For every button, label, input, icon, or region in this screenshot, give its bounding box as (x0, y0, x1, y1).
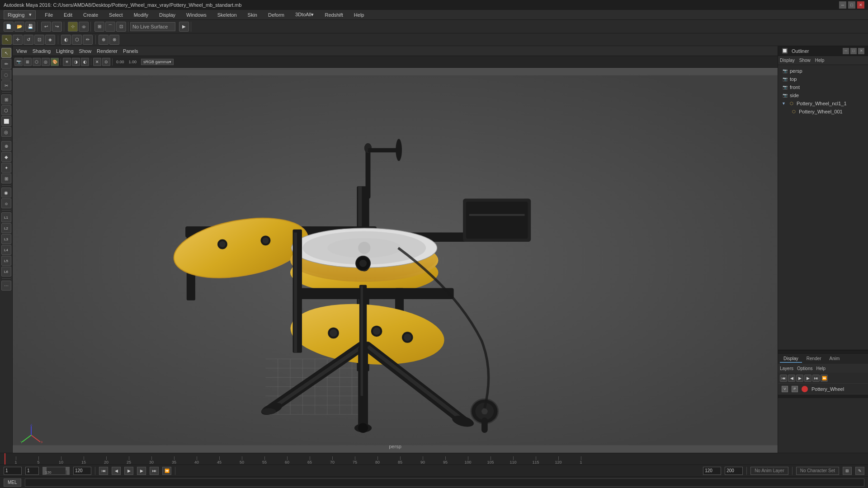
vp-grid-button[interactable]: ⊞ (24, 58, 32, 66)
vp-light-button[interactable]: ☀ (63, 58, 71, 66)
select-tool-button[interactable]: ⊹ (68, 22, 78, 32)
prev-key-button[interactable]: ⏮ (780, 375, 787, 382)
mel-type-button[interactable]: MEL (4, 479, 21, 487)
tree-item-side[interactable]: 📷 side (780, 91, 866, 99)
menu-select[interactable]: Select (107, 11, 125, 19)
menu-create[interactable]: Create (81, 11, 100, 19)
outliner-minimize[interactable]: ─ (843, 48, 849, 54)
lasso-button[interactable]: ⌯ (79, 22, 89, 32)
anim-end-input[interactable] (703, 467, 721, 475)
menu-help[interactable]: Help (352, 11, 366, 19)
paint-button[interactable]: ✏ (1, 59, 11, 69)
menu-3dtoall[interactable]: 3DtoAll▾ (293, 11, 316, 19)
outliner-maximize[interactable]: □ (850, 48, 857, 54)
char-set-button[interactable]: ⊞ (843, 467, 852, 475)
snap-left-4[interactable]: ⊞ (1, 174, 11, 183)
viewport-menu-show[interactable]: Show (79, 48, 92, 54)
next-key-button[interactable]: ⏭ (812, 375, 820, 382)
soft-mod-button[interactable]: ◎ (1, 127, 11, 137)
viewport-menu-lighting[interactable]: Lighting (56, 48, 74, 54)
maximize-button[interactable]: □ (848, 1, 855, 9)
scale-button[interactable]: ⊡ (34, 35, 44, 45)
bottom-menu-layers[interactable]: Layers (780, 366, 793, 371)
vp-shadow-button[interactable]: ◑ (72, 58, 80, 66)
step-fwd-button[interactable]: ▶ (137, 467, 146, 475)
camera-button[interactable]: ⌾ (1, 198, 11, 208)
render-view-button[interactable]: ◉ (1, 188, 11, 197)
char-set-edit-button[interactable]: ✎ (855, 467, 864, 475)
snap-left-3[interactable]: ✦ (1, 163, 11, 173)
bottom-menu-help[interactable]: Help (816, 366, 826, 371)
layer4-button[interactable]: L4 (1, 245, 11, 255)
layer6-button[interactable]: L6 (1, 267, 11, 277)
layer1-button[interactable]: L1 (1, 212, 11, 222)
snap-to-button[interactable]: ⊗ (109, 35, 119, 45)
cage-button[interactable]: ⬜ (1, 116, 11, 126)
sculpt-button[interactable]: ◌ (1, 70, 11, 80)
outliner-menu-show[interactable]: Show (799, 58, 811, 63)
next-frame-button[interactable]: ▶ (804, 375, 811, 382)
vp-camera-button[interactable]: 📷 (14, 58, 23, 66)
anim-max-input[interactable] (725, 467, 743, 475)
play-fwd-btn[interactable]: ⏩ (162, 467, 171, 475)
menu-file[interactable]: File (43, 11, 55, 19)
range-end-input[interactable] (73, 467, 91, 475)
outliner-menu-help[interactable]: Help (815, 58, 825, 63)
tab-display[interactable]: Display (780, 355, 802, 363)
frame-range-bar[interactable]: 120 ▐ (42, 467, 70, 475)
open-button[interactable]: 📂 (14, 22, 24, 32)
menu-windows[interactable]: Windows (184, 11, 208, 19)
rotate-button[interactable]: ↺ (24, 35, 33, 45)
menu-display[interactable]: Display (157, 11, 177, 19)
select-mode-button[interactable]: ↖ (1, 48, 11, 58)
transform-select-button[interactable]: ↖ (2, 35, 12, 45)
range-start-input[interactable] (25, 467, 39, 475)
play-forward-button[interactable]: ⏩ (821, 375, 828, 382)
layer-p-button[interactable]: P (792, 386, 798, 392)
new-scene-button[interactable]: 📄 (4, 22, 14, 32)
snap-live-button[interactable]: ⊕ (99, 35, 108, 45)
gamma-dropdown[interactable]: sRGB gamma▾ (141, 59, 174, 65)
outliner-hscrollbar[interactable] (778, 350, 868, 353)
menu-skeleton[interactable]: Skeleton (216, 11, 239, 19)
goto-end-button[interactable]: ⏭ (150, 467, 159, 475)
redo-button[interactable]: ↪ (52, 22, 62, 32)
outliner-menu-display[interactable]: Display (780, 58, 795, 63)
vp-smooth-button[interactable]: ◎ (42, 58, 50, 66)
save-button[interactable]: 💾 (25, 22, 35, 32)
poly-mode-button[interactable]: ⬡ (1, 105, 11, 115)
universal-manip-button[interactable]: ◈ (45, 35, 55, 45)
snap-left-2[interactable]: ◆ (1, 152, 11, 162)
poly-select-button[interactable]: ⬡ (72, 35, 82, 45)
tree-item-top[interactable]: 📷 top (780, 75, 866, 83)
viewport-menu-panels[interactable]: Panels (123, 48, 138, 54)
scene-area[interactable]: persp X Y Z (13, 68, 778, 453)
vp-isolate-button[interactable]: ⊙ (102, 58, 110, 66)
viewport-menu-renderer[interactable]: Renderer (97, 48, 118, 54)
tree-item-mesh2[interactable]: ⬡ Pottery_Wheel_001 (780, 108, 866, 116)
tree-item-front[interactable]: 📷 front (780, 83, 866, 91)
menu-deform[interactable]: Deform (266, 11, 286, 19)
menu-skin[interactable]: Skin (246, 11, 259, 19)
tree-item-persp[interactable]: 📷 persp (780, 67, 866, 75)
vp-texture-button[interactable]: 🎨 (51, 58, 59, 66)
tab-anim[interactable]: Anim (826, 355, 844, 363)
step-back-button[interactable]: ◀ (112, 467, 121, 475)
menu-modify[interactable]: Modify (132, 11, 150, 19)
minimize-button[interactable]: ─ (839, 1, 846, 9)
soft-select-button[interactable]: ◐ (61, 35, 71, 45)
left-more-button[interactable]: ⋯ (1, 281, 11, 291)
undo-button[interactable]: ↩ (41, 22, 51, 32)
rigging-dropdown[interactable]: Rigging ▾ (4, 10, 36, 19)
goto-start-button[interactable]: ⏮ (99, 467, 108, 475)
outliner-close[interactable]: ✕ (858, 48, 864, 54)
prev-frame-button[interactable]: ◀ (788, 375, 795, 382)
layer-v-button[interactable]: V (782, 386, 788, 392)
current-frame-input[interactable] (4, 467, 22, 475)
play-back-btn[interactable]: ▶ (124, 467, 133, 475)
snap-grid-button[interactable]: ⊞ (94, 22, 104, 32)
layer5-button[interactable]: L5 (1, 256, 11, 266)
snap-left-1[interactable]: ⊕ (1, 141, 11, 151)
menu-edit[interactable]: Edit (62, 11, 74, 19)
menu-redshift[interactable]: Redshift (323, 11, 344, 19)
